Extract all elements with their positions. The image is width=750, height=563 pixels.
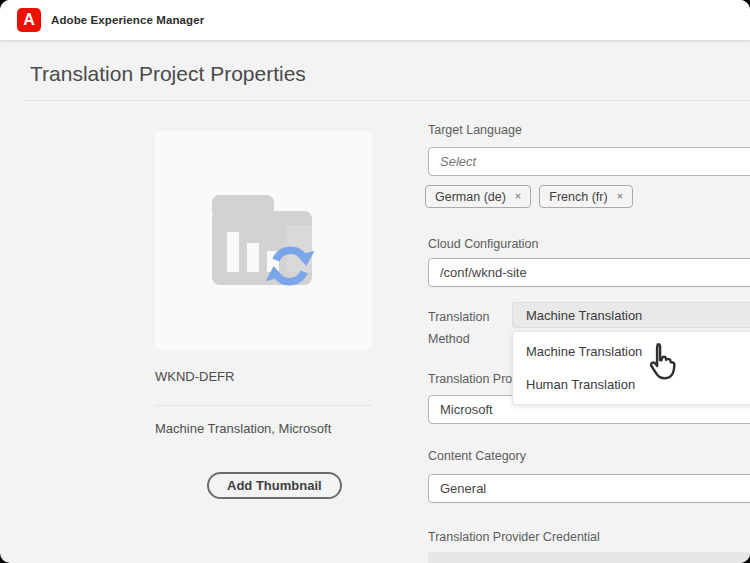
translation-method-label: Translation Method bbox=[428, 306, 510, 350]
language-tag-german: German (de) × bbox=[425, 185, 531, 208]
cloud-configuration-input[interactable] bbox=[428, 258, 750, 287]
content-category-label: Content Category bbox=[428, 449, 526, 463]
menu-option-human-translation[interactable]: Human Translation bbox=[513, 368, 750, 401]
add-thumbnail-button[interactable]: Add Thumbnail bbox=[207, 472, 342, 499]
language-tag-label: German (de) bbox=[435, 190, 506, 204]
adobe-logo-icon[interactable]: A bbox=[17, 8, 41, 32]
app-name: Adobe Experience Manager bbox=[51, 14, 204, 26]
cloud-configuration-label: Cloud Configuration bbox=[428, 237, 539, 251]
page-title: Translation Project Properties bbox=[30, 62, 306, 86]
language-tag-french: French (fr) × bbox=[539, 185, 633, 208]
title-divider bbox=[25, 100, 750, 101]
project-summary: Machine Translation, Microsoft bbox=[155, 421, 331, 436]
project-name: WKND-DEFR bbox=[155, 369, 234, 384]
translation-provider-credential-label: Translation Provider Credential bbox=[428, 530, 600, 544]
thumbnail-divider bbox=[155, 405, 372, 406]
remove-tag-icon[interactable]: × bbox=[617, 191, 623, 202]
sync-refresh-icon bbox=[261, 238, 319, 294]
content-category-input[interactable] bbox=[428, 474, 750, 503]
menu-option-machine-translation[interactable]: Machine Translation bbox=[513, 335, 750, 368]
translation-method-select[interactable]: Machine Translation bbox=[512, 302, 750, 328]
target-language-label: Target Language bbox=[428, 123, 522, 137]
top-bar: A Adobe Experience Manager bbox=[0, 0, 750, 41]
translation-provider-credential-select[interactable] bbox=[428, 552, 750, 563]
target-language-tags: German (de) × French (fr) × bbox=[425, 185, 633, 208]
remove-tag-icon[interactable]: × bbox=[515, 191, 521, 202]
aem-window: A Adobe Experience Manager Translation P… bbox=[0, 0, 750, 563]
thumbnail-preview bbox=[155, 131, 372, 350]
translation-method-menu: Machine Translation Human Translation bbox=[512, 331, 750, 405]
target-language-input[interactable] bbox=[428, 147, 750, 176]
language-tag-label: French (fr) bbox=[549, 190, 607, 204]
